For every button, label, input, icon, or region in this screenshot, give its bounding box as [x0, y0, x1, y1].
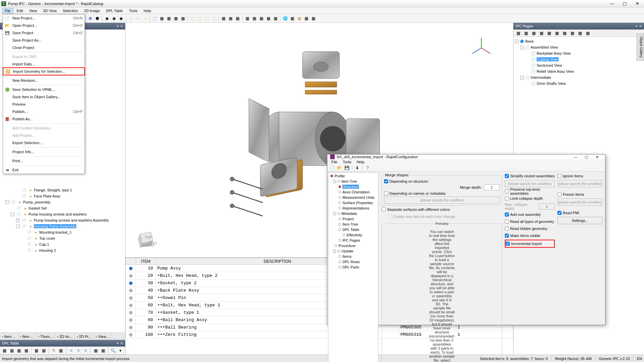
ipc-tool-icon[interactable]: ▦: [569, 30, 576, 37]
dpl-tool-icon[interactable]: ▦: [93, 347, 99, 354]
tool-icon[interactable]: ▦: [244, 15, 251, 22]
profile-tree-item[interactable]: DPL Rows: [329, 259, 377, 264]
file-menu-preview[interactable]: Preview: [3, 101, 85, 108]
profile-tree-item[interactable]: DPL Table: [329, 227, 377, 232]
view-cube[interactable]: TOP FRONT LEFT: [133, 227, 157, 251]
dpl-tool-icon[interactable]: ▦: [8, 347, 15, 354]
file-menu-save-project-as[interactable]: Save Project As...: [3, 37, 85, 44]
tool-icon[interactable]: ◉: [111, 15, 117, 22]
profile-tree-item[interactable]: -Item Tree: [329, 179, 377, 184]
tree-item[interactable]: 📄●Top cover: [0, 235, 125, 241]
profile-tree-item[interactable]: Item Tree: [329, 222, 377, 227]
ipc-tool-icon[interactable]: ▦: [538, 30, 545, 37]
tool-icon[interactable]: 🌐: [282, 15, 288, 22]
pin-icon[interactable]: ▾: [117, 24, 119, 28]
tool-icon[interactable]: ⬢: [94, 15, 101, 22]
tree-item[interactable]: 📄●Cap 1: [0, 241, 125, 247]
tool-icon[interactable]: ▦: [220, 15, 227, 22]
tool-icon[interactable]: ▦: [234, 15, 241, 22]
ipc-page-item[interactable]: -🔷Base: [515, 38, 643, 44]
left-tab[interactable]: ▫2D Pr...: [75, 333, 94, 340]
profile-tree-item[interactable]: Measurement Units: [329, 195, 377, 200]
depending-on-structure-check[interactable]: Depending on structure:: [384, 178, 500, 184]
dpl-tool-icon[interactable]: ≡: [83, 347, 89, 354]
tree-item[interactable]: -📄●Pump housing screws and washers: [0, 211, 125, 217]
file-menu-new-project[interactable]: 📄New Project...Ctrl+N: [3, 14, 85, 22]
profile-tree-item[interactable]: Axes Orientation: [329, 189, 377, 195]
menu-selection[interactable]: Selection: [60, 8, 80, 13]
profile-tree-item[interactable]: Effectivity: [329, 232, 377, 238]
ipc-page-item[interactable]: -📄Intermediate: [515, 74, 643, 80]
merge-depth-input[interactable]: [484, 184, 500, 190]
pin-icon[interactable]: ▾: [636, 24, 638, 28]
ipc-tool-icon[interactable]: ▦: [553, 30, 560, 37]
dpl-tool-icon[interactable]: ✎: [51, 347, 57, 354]
dialog-maximize-button[interactable]: ▢: [581, 155, 592, 159]
ipc-tool-icon[interactable]: ▦: [523, 30, 529, 37]
tool-icon[interactable]: ▦: [272, 15, 279, 22]
profile-tree-item[interactable]: Representations: [329, 205, 377, 211]
depending-on-names-check[interactable]: Depending on names or metadata:: [384, 190, 500, 196]
preserve-check[interactable]: Preserve top-level assemblies: [505, 188, 555, 194]
cube-icon[interactable]: ⬚: [196, 15, 203, 22]
left-tab[interactable]: ▫Item ...: [18, 333, 36, 340]
file-menu-export-selection[interactable]: Export Selection...: [3, 139, 85, 146]
open-icon[interactable]: 📂: [336, 165, 343, 171]
file-menu-exit[interactable]: ⬅Exit: [3, 166, 85, 174]
ipc-page-item[interactable]: -📄Assembled View: [515, 44, 643, 50]
select-icon[interactable]: ⬚: [151, 15, 158, 22]
ipc-page-item[interactable]: 📄Casing View: [515, 56, 643, 62]
menu-help[interactable]: Help: [141, 8, 154, 13]
ipc-tool-icon[interactable]: ▦: [577, 30, 583, 37]
menu-2d-image[interactable]: 2D Image: [81, 8, 103, 13]
ipc-tool-icon[interactable]: ▦: [561, 30, 568, 37]
minimize-button[interactable]: ―: [606, 1, 617, 6]
profile-tree-item[interactable]: Surface Properties: [329, 200, 377, 205]
read-all-check[interactable]: Read all types of geometry: [505, 219, 555, 225]
file-menu-publish[interactable]: Publish...Ctrl+P: [3, 108, 85, 115]
tool-icon[interactable]: ○: [142, 15, 148, 22]
dpl-tool-icon[interactable]: ▦: [40, 347, 47, 354]
tree-item[interactable]: -📄●Pump_assembly: [0, 199, 125, 205]
tool-icon[interactable]: ▦: [251, 15, 258, 22]
tool-icon[interactable]: ○: [135, 15, 141, 22]
file-menu-new-revision[interactable]: New Revision...: [3, 77, 85, 84]
ipc-tool-icon[interactable]: ▦: [584, 30, 591, 37]
read-pmi-check[interactable]: Read PMI: [557, 210, 602, 216]
cube-icon[interactable]: ⬚: [189, 15, 196, 22]
dialog-close-button[interactable]: ✕: [592, 155, 602, 159]
tree-item[interactable]: 📄●Face Plate Assy: [0, 193, 125, 199]
dialog-minimize-button[interactable]: ―: [570, 155, 581, 159]
file-menu-import-geometry-for-selection[interactable]: 🔁Import Geometry for Selection...: [3, 67, 85, 75]
panel-close-icon[interactable]: ✕: [120, 341, 123, 346]
freeze-items-check[interactable]: Freeze items: [557, 191, 602, 197]
dpl-tool-icon[interactable]: ▦: [100, 347, 106, 354]
left-tab[interactable]: ▫View...: [94, 333, 111, 340]
dpl-tool-icon[interactable]: ≡: [75, 347, 82, 354]
panel-close-icon[interactable]: ✕: [120, 24, 123, 28]
ipc-tool-icon[interactable]: ▦: [546, 30, 552, 37]
tool-icon[interactable]: ▦: [303, 15, 310, 22]
dpl-tool-icon[interactable]: ▦: [58, 347, 64, 354]
ipc-page-item[interactable]: 📄Sectioned View: [515, 62, 643, 68]
profile-tree-item[interactable]: -Metadata: [329, 211, 377, 216]
tool-icon[interactable]: ▦: [172, 15, 179, 22]
cube-icon[interactable]: ⬚: [210, 15, 217, 22]
dpl-tool-icon[interactable]: ▾: [117, 347, 123, 354]
dpl-tool-icon[interactable]: ▦: [23, 347, 29, 354]
tree-item[interactable]: +📄●Pump housing screws and washers Assem…: [0, 217, 125, 223]
menu-file[interactable]: File: [2, 8, 13, 13]
left-tab[interactable]: ▫Item ...: [0, 333, 18, 340]
condition-button[interactable]: (please specify the condition): [505, 180, 555, 187]
file-menu-import-data[interactable]: Import Data...: [3, 60, 85, 68]
profile-tree-item[interactable]: IPC Pages: [329, 238, 377, 243]
tool-icon[interactable]: ▦: [289, 15, 296, 22]
close-button[interactable]: ✕: [632, 1, 643, 6]
file-menu-open-project[interactable]: 📂Open Project...Ctrl+O: [3, 22, 85, 29]
dialog-menu-file[interactable]: File: [329, 159, 339, 165]
tool-icon[interactable]: ⬇: [354, 165, 361, 171]
menu-edit[interactable]: Edit: [14, 8, 26, 13]
help-icon[interactable]: ?: [364, 165, 371, 171]
save-icon[interactable]: 💾: [343, 165, 350, 171]
dpl-tool-icon[interactable]: ≡: [68, 347, 74, 354]
